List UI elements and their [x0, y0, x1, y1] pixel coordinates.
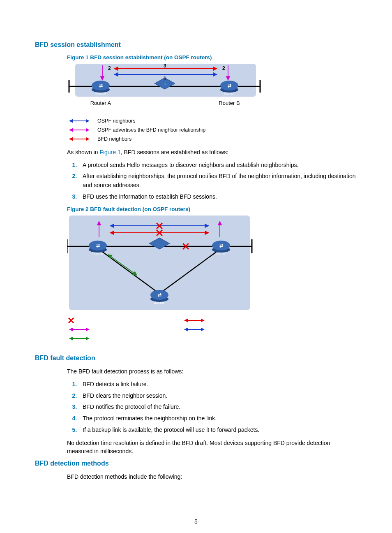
svg-text:⇄: ⇄: [158, 292, 161, 297]
list-item: BFD uses the information to establish BF…: [78, 192, 357, 202]
fig1-router-a: Router A: [90, 100, 111, 106]
legend-red-arrow-icon: [182, 316, 212, 325]
legend-x-icon: [67, 316, 182, 325]
figure2-legend: [67, 316, 357, 343]
legend-bfd-neighbors: BFD neighbors: [97, 136, 131, 142]
svg-text:ROUTER: ROUTER: [224, 93, 235, 95]
fig1-label-2r: 2: [222, 65, 225, 71]
figure2-caption: Figure 2 BFD fault detection (on OSPF ro…: [67, 206, 357, 212]
svg-text:ROUTER: ROUTER: [95, 93, 106, 95]
svg-text:⇄: ⇄: [219, 243, 223, 248]
svg-text:⇄: ⇄: [228, 83, 231, 88]
list-item: BFD clears the neighbor session.: [78, 392, 357, 401]
legend-ospf-advertises: OSPF advertises the BFD neighbor relatio…: [97, 127, 205, 133]
closing-text: No detection time resolution is defined …: [67, 439, 357, 455]
list-item: BFD detects a link failure.: [78, 380, 357, 389]
figure1-caption: Figure 1 BFD session establishment (on O…: [67, 54, 357, 60]
heading-fault-detection: BFD fault detection: [35, 355, 357, 362]
legend-green-arrow-icon: [67, 334, 182, 343]
heading-detection-methods: BFD detection methods: [35, 460, 357, 467]
list-item: BFD notifies the protocol of the failure…: [78, 403, 357, 412]
intro-text-1: As shown in Figure 1, BFD sessions are e…: [67, 148, 357, 157]
svg-text:ROUTER: ROUTER: [154, 302, 165, 304]
heading-session-establishment: BFD session establishment: [35, 41, 357, 49]
figure1-legend: OSPF neighbors OSPF advertises the BFD n…: [67, 116, 357, 144]
fig1-label-1: 1: [164, 76, 166, 81]
page-number: 5: [0, 518, 392, 525]
figure1-link[interactable]: Figure 1: [99, 149, 120, 155]
svg-text:↔: ↔: [158, 242, 161, 246]
figure1: ⇄ ROUTER ⇄ ROUTER ↔ 2 2 3 1 Router: [67, 64, 357, 112]
legend-blue-arrow-icon: [182, 325, 212, 334]
svg-text:ROUTER: ROUTER: [216, 253, 226, 255]
list-item: If a backup link is available, the proto…: [78, 426, 357, 435]
svg-text:⇄: ⇄: [99, 83, 103, 88]
figure2: ⇄ROUTER ⇄ROUTER ⇄ROUTER ↔: [67, 216, 357, 313]
list-item: A protocol sends Hello messages to disco…: [78, 161, 357, 170]
fig1-router-b: Router B: [219, 100, 240, 106]
svg-text:⇄: ⇄: [96, 243, 100, 248]
fig1-label-2l: 2: [108, 65, 111, 71]
list-item: The protocol terminates the neighborship…: [78, 414, 357, 423]
fault-steps-list: BFD detects a link failure. BFD clears t…: [67, 380, 357, 434]
legend-ospf-neighbors: OSPF neighbors: [97, 118, 135, 124]
list-item: After establishing neighborships, the pr…: [78, 172, 357, 190]
svg-text:ROUTER: ROUTER: [92, 253, 103, 255]
legend-magenta-arrow-icon: [67, 325, 182, 334]
methods-intro-text: BFD detection methods include the follow…: [67, 473, 357, 481]
fig1-label-3: 3: [164, 64, 166, 69]
session-steps-list: A protocol sends Hello messages to disco…: [67, 161, 357, 202]
svg-text:↔: ↔: [163, 82, 167, 86]
intro-text-2: The BFD fault detection process is as fo…: [67, 368, 357, 376]
